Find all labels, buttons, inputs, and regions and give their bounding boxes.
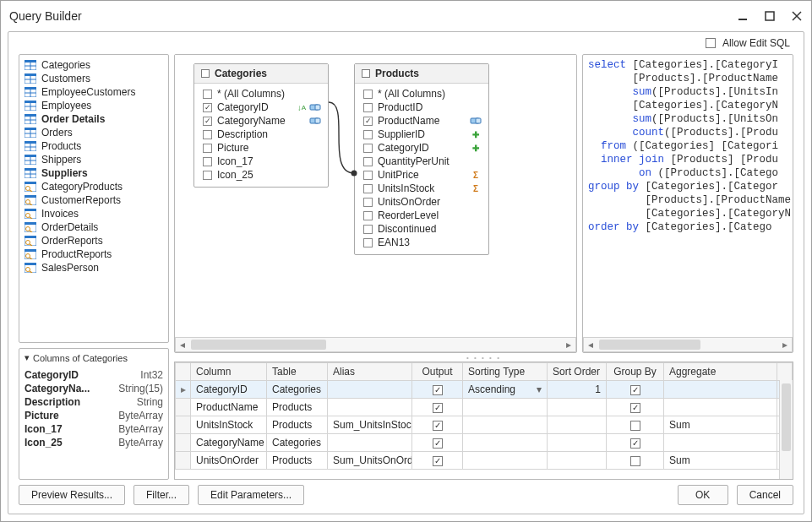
field-checkbox[interactable] [203,130,212,139]
design-surface[interactable]: Categories* (All Columns)CategoryID↓ACat… [174,54,577,353]
field-row[interactable]: CategoryID↓A [196,101,326,114]
field-row[interactable]: ReorderLevel [357,209,487,222]
diagram-table-header[interactable]: Products [355,64,488,84]
cell-alias[interactable]: Sum_UnitsInStock [328,416,412,434]
close-button[interactable] [791,10,803,22]
scroll-right-icon[interactable]: ▸ [778,338,792,351]
scroll-right-icon[interactable]: ▸ [562,338,575,351]
vertical-splitter[interactable]: • • • • • [174,353,793,362]
cell-sort-order[interactable] [548,416,607,434]
field-checkbox[interactable] [203,171,212,180]
tree-item-order-details[interactable]: Order Details [21,112,166,126]
tree-item-categoryproducts[interactable]: CategoryProducts [21,180,166,193]
cell-column[interactable]: UnitsOnOrder [191,452,267,470]
field-row[interactable]: Picture [196,141,326,155]
scroll-thumb[interactable] [599,340,700,350]
cell-output[interactable] [412,452,463,470]
field-checkbox[interactable] [363,211,373,220]
grid-v-scrollbar[interactable] [779,380,793,479]
selection-grid[interactable]: ColumnTableAliasOutputSorting TypeSort O… [174,362,793,480]
cell-column[interactable]: ProductName [191,399,267,416]
tree-item-shippers[interactable]: Shippers [21,153,166,166]
checkbox[interactable] [630,456,640,466]
field-checkbox[interactable] [363,171,373,180]
field-row[interactable]: SupplierID✚ [357,128,487,141]
tree-item-productreports[interactable]: ProductReports [21,247,166,261]
field-checkbox[interactable] [363,117,373,126]
cell-column[interactable]: CategoryName [191,434,267,452]
checkbox[interactable] [630,421,640,431]
dropdown-icon[interactable]: ▾ [537,383,542,395]
field-row[interactable]: UnitsInStockΣ [357,182,487,195]
field-checkbox[interactable] [203,90,212,99]
field-checkbox[interactable] [363,198,373,207]
cell-aggregate[interactable]: Sum [664,416,777,434]
grid-row[interactable]: ProductNameProducts [176,399,793,416]
sql-text[interactable]: ▸select [Categories].[CategoryI [Product… [583,55,793,237]
cell-alias[interactable] [328,381,412,399]
scroll-left-icon[interactable]: ◂ [584,338,597,351]
field-row[interactable]: UnitsOnOrder [357,195,487,209]
tree-item-employeecustomers[interactable]: EmployeeCustomers [21,85,166,99]
filter-button[interactable]: Filter... [134,485,189,505]
grid-header[interactable]: Table [267,363,328,381]
checkbox[interactable] [433,385,443,395]
cell-group-by[interactable] [607,399,664,416]
scroll-left-icon[interactable]: ◂ [176,338,189,351]
cell-table[interactable]: Categories [267,434,328,452]
field-row[interactable]: Description [196,128,326,141]
cell-aggregate[interactable] [664,399,777,416]
grid-header[interactable]: Column [191,363,267,381]
cell-table[interactable]: Products [267,452,328,470]
cell-aggregate[interactable] [664,381,777,399]
cell-sort-order[interactable] [548,399,607,416]
checkbox[interactable] [433,456,443,466]
cell-output[interactable] [412,399,463,416]
cell-aggregate[interactable] [664,434,777,452]
cell-table[interactable]: Products [267,416,328,434]
cell-aggregate[interactable]: Sum [664,452,777,470]
tree-item-suppliers[interactable]: Suppliers [21,166,166,180]
grid-header[interactable]: Aggregate [664,363,777,381]
maximize-button[interactable] [764,10,776,22]
grid-header[interactable]: Alias [328,363,412,381]
checkbox[interactable] [630,438,640,449]
checkbox[interactable] [630,385,640,395]
cancel-button[interactable]: Cancel [737,485,793,505]
field-checkbox[interactable] [203,117,212,126]
cell-sorting-type[interactable] [463,434,548,452]
sql-h-scrollbar[interactable]: ◂ ▸ [583,337,793,352]
field-checkbox[interactable] [203,103,212,112]
tree-item-orderreports[interactable]: OrderReports [21,234,166,247]
checkbox[interactable] [630,403,640,413]
tree-item-customers[interactable]: Customers [21,72,166,85]
cell-output[interactable] [412,416,463,434]
scroll-thumb[interactable] [191,340,326,350]
field-row[interactable]: Icon_25 [196,168,326,182]
scroll-thumb[interactable] [782,383,791,451]
field-row[interactable]: * (All Columns) [357,87,487,101]
field-row[interactable]: QuantityPerUnit [357,155,487,168]
cell-column[interactable]: UnitsInStock [191,416,267,434]
design-area-h-scrollbar[interactable]: ◂ ▸ [175,337,576,352]
cell-sort-order[interactable] [548,452,607,470]
tree-item-customerreports[interactable]: CustomerReports [21,193,166,207]
cell-alias[interactable] [328,399,412,416]
cell-sort-order[interactable]: 1 [548,381,607,399]
cell-column[interactable]: CategoryID [191,381,267,399]
cell-group-by[interactable] [607,381,664,399]
edit-parameters-button[interactable]: Edit Parameters... [198,485,304,505]
tree-item-orders[interactable]: Orders [21,126,166,139]
tree-item-employees[interactable]: Employees [21,99,166,112]
tree-item-orderdetails[interactable]: OrderDetails [21,220,166,234]
checkbox[interactable] [433,421,443,431]
field-row[interactable]: Icon_17 [196,155,326,168]
grid-row[interactable]: UnitsInStockProductsSum_UnitsInStockSum [176,416,793,434]
diagram-table-header[interactable]: Categories [194,64,328,84]
cell-alias[interactable] [328,434,412,452]
cell-sorting-type[interactable]: Ascending▾ [463,381,548,399]
field-checkbox[interactable] [363,144,373,153]
tree-item-invoices[interactable]: Invoices [21,207,166,220]
grid-header[interactable]: Group By [607,363,664,381]
columns-info-header[interactable]: ▾ Columns of Categories [19,349,168,367]
